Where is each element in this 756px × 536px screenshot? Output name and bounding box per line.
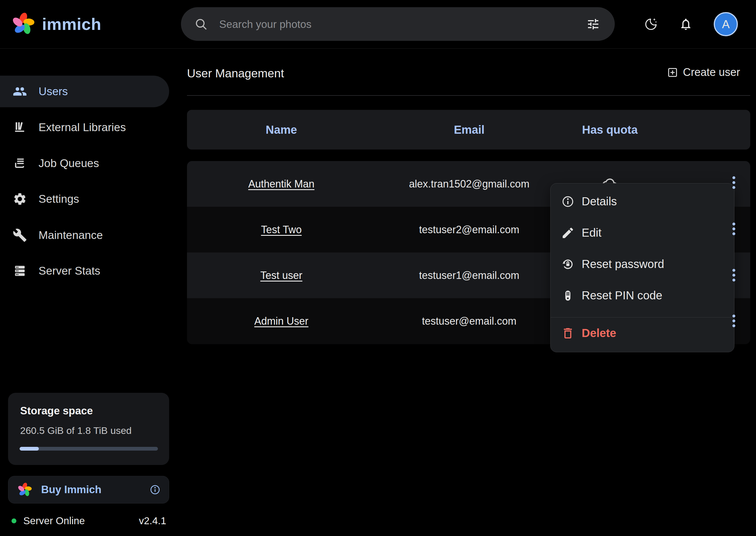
group-icon [13, 84, 27, 99]
sidebar-item-label: Settings [39, 193, 79, 205]
trash-icon [561, 326, 575, 340]
menu-item-edit[interactable]: Edit [551, 217, 734, 249]
server-rack-icon [13, 264, 27, 278]
sidebar-item-label: Maintenance [39, 229, 103, 242]
sidebar-item-job-queues[interactable]: Job Queues [0, 148, 169, 179]
sidebar-item-maintenance[interactable]: Maintenance [0, 219, 169, 251]
tune-filters-icon[interactable] [586, 17, 600, 31]
sidebar-item-label: Users [39, 85, 68, 98]
search-icon [194, 17, 208, 31]
queue-tray-icon [13, 156, 27, 171]
storage-card: Storage space 260.5 GiB of 1.8 TiB used [8, 393, 169, 465]
row-actions-menu-button[interactable] [727, 171, 741, 194]
menu-spacer [551, 311, 734, 317]
server-version: v2.4.1 [139, 515, 166, 526]
row-actions-menu-button[interactable] [727, 309, 741, 332]
user-email: testuser@email.com [412, 298, 527, 344]
row-actions-menu-button[interactable] [727, 264, 741, 287]
user-name-link[interactable]: Admin User [254, 315, 308, 327]
column-header-email: Email [412, 110, 527, 150]
column-header-has-quota: Has quota [552, 110, 668, 150]
title-divider [187, 95, 750, 96]
lock-reset-icon [561, 257, 575, 271]
user-name-link[interactable]: Authentik Man [248, 178, 314, 190]
sidebar-item-label: External Libraries [39, 121, 126, 134]
table-header: Name Email Has quota [187, 110, 750, 150]
user-name-link[interactable]: Test user [260, 269, 302, 282]
storage-progress-bar [19, 447, 158, 451]
menu-item-delete[interactable]: Delete [551, 318, 734, 349]
sidebar: Users External Libraries Job Queues [0, 49, 170, 536]
immich-flower-icon [11, 12, 36, 36]
storage-title: Storage space [20, 405, 93, 417]
gear-icon [13, 192, 27, 206]
storage-usage: 260.5 GiB of 1.8 TiB used [20, 425, 131, 436]
sidebar-item-external-libraries[interactable]: External Libraries [0, 112, 169, 143]
sidebar-item-server-stats[interactable]: Server Stats [0, 255, 169, 287]
library-books-icon [13, 120, 27, 135]
server-status-label: Server Online [23, 515, 85, 526]
sidebar-item-users[interactable]: Users [0, 76, 169, 107]
user-email: testuser2@email.com [412, 207, 527, 252]
sidebar-item-label: Job Queues [39, 157, 99, 170]
menu-item-reset-password[interactable]: Reset password [551, 249, 734, 280]
row-actions-menu-button[interactable] [727, 218, 741, 240]
pencil-icon [561, 226, 575, 240]
user-avatar[interactable]: A [714, 12, 738, 36]
sidebar-item-label: Server Stats [39, 265, 100, 277]
notifications-bell-icon[interactable] [679, 17, 693, 31]
user-email: alex.tran1502@gmail.com [412, 161, 527, 207]
user-email: testuser1@email.com [412, 252, 527, 298]
avatar-letter: A [722, 18, 730, 31]
pin-pad-icon [561, 289, 575, 303]
info-icon [561, 195, 575, 209]
top-bar: immich A [0, 0, 756, 48]
app-logo[interactable]: immich [11, 12, 101, 36]
storage-progress-fill [19, 447, 39, 451]
app-logo-text: immich [42, 15, 101, 34]
sidebar-item-settings[interactable]: Settings [0, 183, 169, 215]
wrench-icon [13, 228, 27, 242]
menu-item-details[interactable]: Details [551, 186, 734, 217]
search-input[interactable] [219, 8, 559, 41]
row-context-menu: Details Edit Reset password [550, 183, 735, 352]
info-icon[interactable] [149, 484, 161, 495]
online-status-dot [12, 519, 17, 523]
buy-immich-label: Buy Immich [41, 484, 102, 496]
create-user-label: Create user [683, 66, 740, 79]
plus-square-icon [667, 67, 678, 78]
page-title: User Management [187, 64, 284, 82]
menu-item-reset-pin-code[interactable]: Reset PIN code [551, 280, 734, 311]
user-name-link[interactable]: Test Two [261, 224, 301, 236]
buy-immich-button[interactable]: Buy Immich [8, 476, 169, 504]
immich-flower-icon [17, 482, 32, 497]
dark-mode-moon-icon[interactable] [644, 17, 658, 31]
server-status-row: Server Online v2.4.1 [8, 513, 166, 528]
create-user-button[interactable]: Create user [667, 66, 740, 79]
column-header-name: Name [224, 110, 339, 150]
